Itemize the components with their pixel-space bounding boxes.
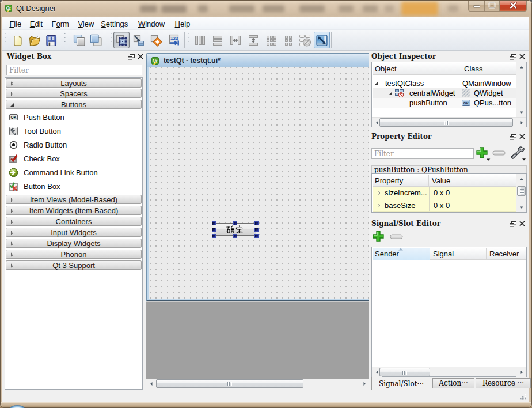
remove-connection-button[interactable] [390,230,404,246]
signal-slot-editor-close-icon[interactable] [518,220,526,228]
category-input-widgets[interactable]: Input Widgets [6,228,142,237]
selection-handle[interactable] [254,228,259,232]
maximize-button[interactable] [485,0,499,12]
mdi-horizontal-scrollbar[interactable] [146,379,369,388]
category-spacers[interactable]: Spacers [6,89,142,98]
break-layout-button[interactable] [297,32,313,48]
object-inspector-hscrollbar[interactable] [372,117,526,127]
new-form-button[interactable] [10,32,26,48]
category-item-views[interactable]: Item Views (Model-Based) [6,195,142,204]
category-item-widgets[interactable]: Item Widgets (Item-Based) [6,206,142,215]
scroll-right-arrow[interactable] [359,379,369,388]
property-filter-input[interactable] [371,148,474,159]
property-editor-vscrollbar[interactable] [516,174,526,212]
category-qt3-support[interactable]: Qt 3 Support [6,260,142,270]
menu-view[interactable]: View [74,19,97,29]
form-window-titlebar[interactable]: Qt testQt - testqt.ui* [147,54,369,67]
widget-radio-button[interactable]: Radio Button [6,138,142,152]
minimize-button[interactable] [468,0,485,12]
adjust-size-button[interactable] [314,32,330,48]
scrollbar-thumb[interactable] [156,379,303,388]
scroll-down-arrow[interactable] [516,107,526,117]
widget-box-float-icon[interactable] [127,52,135,61]
widget-button-box[interactable]: Button Box [6,179,142,193]
widget-check-box[interactable]: Check Box [6,152,142,165]
column-header-signal[interactable]: Signal [431,248,487,260]
selection-handle[interactable] [233,234,237,238]
menu-help[interactable]: Help [172,19,194,29]
tab-action-editor[interactable]: Action··· [432,378,474,388]
layout-grid-button[interactable] [263,32,279,48]
column-header-property[interactable]: Property [373,175,429,187]
scroll-right-arrow[interactable] [516,118,526,127]
raise-button[interactable] [88,32,104,48]
edit-buddies-button[interactable] [148,32,164,48]
form-canvas[interactable]: 确定 [149,67,369,299]
selection-handle[interactable] [212,228,216,232]
edit-tab-order-button[interactable]: 123 [166,32,183,48]
size-grip[interactable] [519,392,527,401]
widget-box-filter-input[interactable] [6,65,142,75]
selection-handle[interactable] [233,221,237,225]
menu-settings[interactable]: Settings [97,19,131,29]
category-buttons[interactable]: Buttons [6,100,142,109]
scroll-up-arrow[interactable] [516,62,526,72]
property-editor-float-icon[interactable] [509,133,517,141]
category-containers[interactable]: Containers [6,217,142,226]
scroll-left-arrow[interactable] [146,379,156,388]
object-inspector-vscrollbar[interactable] [516,62,526,117]
menu-edit[interactable]: Edit [26,19,46,29]
layout-vertical-splitter-button[interactable] [245,32,261,48]
scrollbar-thumb[interactable] [517,186,526,196]
layout-vertical-button[interactable] [210,32,226,48]
category-display-widgets[interactable]: Display Widgets [6,239,142,248]
column-header-sender[interactable]: Sender [373,248,430,260]
tree-row-pushbutton[interactable]: pushButton OK QPus...tton [373,98,516,108]
scrollbar-thumb[interactable] [379,368,430,376]
scroll-up-arrow[interactable] [516,174,526,184]
tree-row-centralwidget[interactable]: centralWidget QWidget [373,88,516,98]
tree-row-testqtclass[interactable]: testQtClass QMainWindow [373,78,516,88]
column-header-receiver[interactable]: Receiver [487,248,526,260]
column-header-object[interactable]: Object [373,63,461,75]
menu-form[interactable]: Form [48,19,73,29]
configure-property-editor-button[interactable] [509,145,526,163]
tab-resource-browser[interactable]: Resource ··· [476,378,531,388]
scroll-down-arrow[interactable] [516,202,526,212]
widget-push-button[interactable]: OK Push Button [6,110,142,124]
selection-handle[interactable] [254,234,259,238]
add-dynamic-property-button[interactable] [476,146,491,163]
property-editor-close-icon[interactable] [518,133,526,141]
signal-slot-hscrollbar[interactable] [372,367,526,376]
lower-button[interactable] [71,32,88,48]
layout-form-button[interactable] [280,32,297,48]
column-header-value[interactable]: Value [430,175,526,187]
selection-handle[interactable] [254,221,259,225]
layout-horizontal-splitter-button[interactable] [227,32,244,48]
widget-tool-button[interactable]: Tool Button [6,124,142,138]
category-layouts[interactable]: Layouts [6,78,142,88]
object-inspector-close-icon[interactable] [518,52,526,61]
category-phonon[interactable]: Phonon [6,250,142,259]
edit-signals-slots-button[interactable] [131,32,147,48]
close-button[interactable] [499,0,527,12]
selection-handle[interactable] [212,221,216,225]
menu-window[interactable]: Window [135,19,168,29]
signal-slot-editor-float-icon[interactable] [509,220,517,228]
remove-dynamic-property-button[interactable] [492,146,506,163]
scroll-right-arrow[interactable] [516,367,526,377]
scrollbar-thumb[interactable] [379,118,513,127]
property-row-sizeincrement[interactable]: sizeIncrem... 0 x 0 [373,187,516,199]
widget-command-link-button[interactable]: Command Link Button [6,165,142,179]
layout-horizontal-button[interactable] [192,32,208,48]
save-form-button[interactable] [43,32,59,48]
menu-file[interactable]: File [6,19,25,29]
add-connection-button[interactable] [372,230,387,246]
widget-box-close-icon[interactable] [136,52,145,61]
edit-widgets-button[interactable] [113,32,130,48]
tab-signal-slot-editor[interactable]: Signal/Slot··· [371,377,431,390]
property-row-basesize[interactable]: baseSize 0 x 0 [373,199,516,212]
open-form-button[interactable] [26,32,43,48]
object-inspector-float-icon[interactable] [509,52,517,61]
selection-handle[interactable] [212,234,216,238]
